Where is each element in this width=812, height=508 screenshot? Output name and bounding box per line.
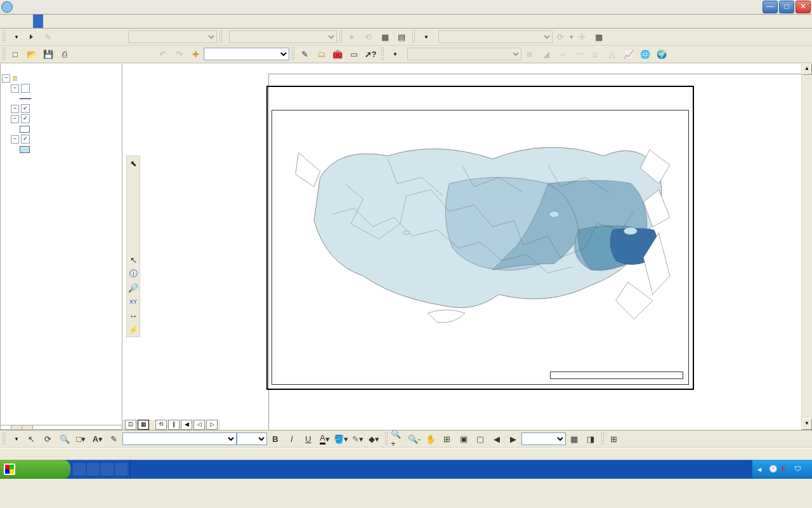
layout-view-button[interactable]: ▦ <box>138 420 149 430</box>
menu-tools[interactable] <box>53 15 63 28</box>
task-dropdown[interactable] <box>128 30 217 43</box>
collapse-icon[interactable]: − <box>11 115 19 123</box>
layout-view[interactable]: ⬉ ↖ ⓘ 🔎 XY ↔ ⚡ <box>122 64 812 430</box>
whatsthis-icon[interactable]: ➚? <box>363 46 378 62</box>
shape-dropdown-icon[interactable]: □▾ <box>74 431 89 446</box>
zoom-in-icon[interactable]: 🔍+ <box>390 431 405 446</box>
menu-window[interactable] <box>63 15 74 28</box>
pause-button[interactable]: ‖ <box>168 420 180 430</box>
georef-dropdown[interactable]: ▼ <box>417 29 433 44</box>
measure-icon[interactable]: ↔ <box>127 309 140 323</box>
change-layout-icon[interactable]: ⊞ <box>606 431 622 446</box>
editor-dropdown[interactable]: ▼ <box>7 29 23 44</box>
command-line-icon[interactable]: ▭ <box>346 46 362 62</box>
toggle-draft-icon[interactable]: ▦ <box>566 431 582 446</box>
scroll-up-icon[interactable]: ▲ <box>802 64 812 75</box>
grip-icon[interactable] <box>384 432 388 446</box>
editor-icon[interactable]: ✎ <box>297 46 312 62</box>
grip-icon[interactable] <box>291 47 294 61</box>
arcscene-icon[interactable]: 🌐 <box>638 46 653 62</box>
grip-icon[interactable] <box>412 30 415 44</box>
menu-insert[interactable] <box>33 15 43 28</box>
maximize-button[interactable]: □ <box>779 1 794 13</box>
text-tool-icon[interactable]: A▾ <box>90 431 105 446</box>
fill-color-icon[interactable]: 🪣▾ <box>334 431 349 446</box>
target-dropdown[interactable] <box>229 30 337 43</box>
table-icon[interactable]: ▦ <box>591 29 606 44</box>
layer-checkbox[interactable]: ✓ <box>21 104 30 113</box>
collapse-icon[interactable]: − <box>11 105 19 113</box>
start-button[interactable] <box>0 460 70 479</box>
fixed-zoom-in-icon[interactable]: ▣ <box>456 431 471 446</box>
arccatalog-icon[interactable]: 🗂 <box>313 46 329 62</box>
menu-help[interactable] <box>74 15 84 28</box>
data-view-button[interactable]: ⊡ <box>125 420 136 430</box>
marker-color-icon[interactable]: ◆▾ <box>367 431 382 446</box>
tray-icon[interactable]: K <box>782 465 790 474</box>
refresh-button[interactable]: ⟲ <box>155 420 167 430</box>
zoom-out-icon[interactable]: 🔍- <box>407 431 422 446</box>
3d-analyst-dropdown[interactable]: ▼ <box>386 46 402 62</box>
grip-icon[interactable] <box>381 47 384 61</box>
map-frame[interactable] <box>266 86 694 390</box>
select-icon[interactable]: ↖ <box>24 431 39 446</box>
symbol-swatch[interactable] <box>20 126 30 133</box>
grip-icon[interactable] <box>219 30 222 44</box>
bold-icon[interactable]: B <box>268 431 283 446</box>
toc-tab-display[interactable] <box>1 425 11 429</box>
tray-icon[interactable]: 🛡 <box>794 465 803 474</box>
ql-media-icon[interactable] <box>101 463 114 476</box>
grip-icon[interactable] <box>2 30 5 44</box>
ql-app-icon[interactable] <box>115 463 128 476</box>
menu-view[interactable] <box>23 15 33 28</box>
close-button[interactable]: ✕ <box>796 1 811 13</box>
properties-icon[interactable]: ▤ <box>394 29 409 44</box>
vertical-scrollbar[interactable]: ▲ ▼ <box>801 64 812 430</box>
grip-icon[interactable] <box>2 432 5 446</box>
minimize-button[interactable]: — <box>763 1 778 13</box>
scroll-down-icon[interactable]: ▼ <box>802 418 812 430</box>
ql-desktop-icon[interactable] <box>87 463 100 476</box>
toc-tab-selection[interactable] <box>22 425 33 429</box>
arcglobe-icon[interactable]: 🌍 <box>654 46 669 62</box>
rotate-icon[interactable]: ⟳ <box>41 431 56 446</box>
map-page[interactable] <box>268 74 812 430</box>
goto-xy-icon[interactable]: XY <box>127 295 140 309</box>
scroll-start-icon[interactable]: ◁ <box>193 420 205 430</box>
print-icon[interactable]: ⎙ <box>57 46 72 62</box>
save-icon[interactable]: 💾 <box>41 46 56 62</box>
menu-selection[interactable] <box>43 15 53 28</box>
menu-edit[interactable] <box>13 15 23 28</box>
ql-ie-icon[interactable] <box>73 463 86 476</box>
collapse-icon[interactable]: − <box>11 135 19 144</box>
prev-extent-icon[interactable]: ◀ <box>489 431 504 446</box>
collapse-icon[interactable]: − <box>11 84 19 93</box>
zoom-dropdown[interactable] <box>521 432 566 445</box>
arctoolbox-icon[interactable]: 🧰 <box>330 46 345 62</box>
attributes-icon[interactable]: ▦ <box>377 29 393 44</box>
open-icon[interactable]: 📂 <box>24 46 39 62</box>
scroll-end-icon[interactable]: ▷ <box>206 420 218 430</box>
symbol-swatch[interactable] <box>20 146 30 153</box>
tray-expand-icon[interactable]: ◀ <box>757 467 761 472</box>
scroll-left-icon[interactable]: ◀ <box>181 420 192 430</box>
collapse-icon[interactable]: − <box>2 74 10 83</box>
grip-icon[interactable] <box>2 47 5 61</box>
pan-icon[interactable]: ✋ <box>423 431 438 446</box>
font-dropdown[interactable] <box>122 432 237 445</box>
italic-icon[interactable]: I <box>284 431 299 446</box>
focus-data-frame-icon[interactable]: ◨ <box>583 431 598 446</box>
identify-icon[interactable]: ⓘ <box>127 267 140 281</box>
map-title[interactable] <box>268 87 693 90</box>
find-icon[interactable]: 🔎 <box>127 281 140 295</box>
select-elements-icon[interactable]: ⬉ <box>127 156 140 170</box>
edit-vertices-icon[interactable]: ✎ <box>107 431 122 446</box>
font-color-icon[interactable]: A▾ <box>317 431 332 446</box>
menu-file[interactable] <box>3 15 13 28</box>
full-extent-icon[interactable]: ⊞ <box>440 431 455 446</box>
drawing-dropdown[interactable]: ▼ <box>7 431 23 446</box>
tray-icon[interactable]: 🕐 <box>769 465 778 474</box>
layer-checkbox[interactable]: ✓ <box>21 135 30 144</box>
map-legend[interactable] <box>550 371 683 379</box>
grip-icon[interactable] <box>339 30 342 44</box>
